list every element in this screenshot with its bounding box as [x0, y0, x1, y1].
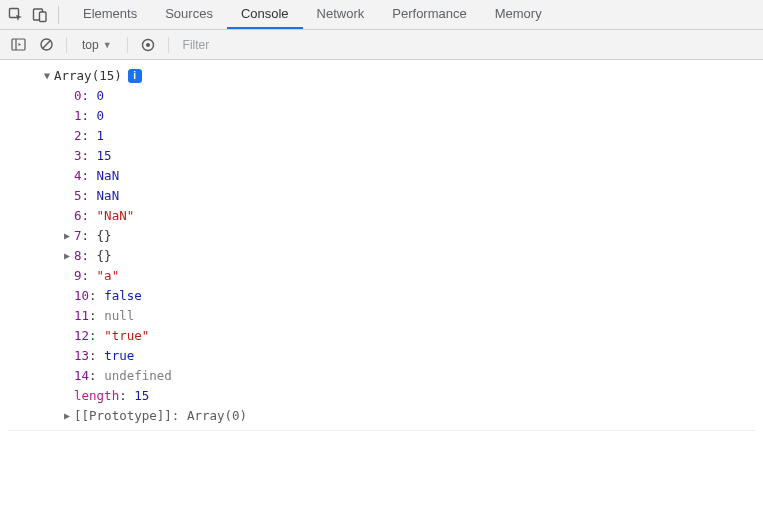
array-entry-row: 10: false [8, 286, 755, 306]
array-entry-row: 11: null [8, 306, 755, 326]
entry-index: 12 [74, 326, 89, 346]
tab-network[interactable]: Network [303, 0, 379, 29]
tab-sources[interactable]: Sources [151, 0, 227, 29]
entry-value: false [104, 286, 142, 306]
entry-value: 15 [97, 146, 112, 166]
tab-elements[interactable]: Elements [69, 0, 151, 29]
svg-line-6 [42, 41, 50, 49]
entry-index: 13 [74, 346, 89, 366]
entry-index: 0 [74, 86, 82, 106]
prototype-key: [[Prototype]] [74, 406, 172, 426]
svg-rect-2 [40, 12, 47, 22]
array-length-row: length: 15 [8, 386, 755, 406]
console-output: ▼ Array(15) i 0: 01: 02: 13: 154: NaN5: … [0, 60, 763, 439]
entry-index: 1 [74, 106, 82, 126]
context-label: top [82, 38, 99, 52]
prototype-value: Array(0) [187, 406, 247, 426]
clear-console-icon[interactable] [35, 34, 57, 56]
entry-value: 0 [97, 86, 105, 106]
length-value: 15 [134, 386, 149, 406]
toolbar-separator [127, 37, 128, 53]
devtools-tabs: Elements Sources Console Network Perform… [69, 0, 556, 29]
array-header-row[interactable]: ▼ Array(15) i [8, 66, 755, 86]
svg-point-8 [146, 43, 150, 47]
array-entry-row: 4: NaN [8, 166, 755, 186]
disclosure-triangle-icon[interactable]: ▼ [42, 66, 52, 86]
entry-value: NaN [97, 186, 120, 206]
chevron-down-icon: ▼ [103, 40, 112, 50]
entry-value: {} [97, 226, 112, 246]
entry-value: null [104, 306, 134, 326]
array-entry-row: 14: undefined [8, 366, 755, 386]
toolbar-separator [58, 6, 59, 24]
entry-value: undefined [104, 366, 172, 386]
device-toggle-icon[interactable] [29, 4, 51, 26]
entry-index: 8 [74, 246, 82, 266]
array-entry-row: 0: 0 [8, 86, 755, 106]
toolbar-separator [66, 37, 67, 53]
array-entry-row: 1: 0 [8, 106, 755, 126]
array-entry-row: 2: 1 [8, 126, 755, 146]
array-entry-row[interactable]: ▶7: {} [8, 226, 755, 246]
execution-context-select[interactable]: top ▼ [75, 35, 119, 55]
entry-value: "a" [97, 266, 120, 286]
entry-index: 7 [74, 226, 82, 246]
entry-index: 6 [74, 206, 82, 226]
array-prototype-row[interactable]: ▶ [[Prototype]]: Array(0) [8, 406, 755, 426]
entry-index: 14 [74, 366, 89, 386]
entry-index: 9 [74, 266, 82, 286]
console-toolbar: top ▼ [0, 30, 763, 60]
disclosure-triangle-icon[interactable]: ▶ [62, 406, 72, 426]
entry-value: true [104, 346, 134, 366]
array-entry-row: 6: "NaN" [8, 206, 755, 226]
toolbar-separator [168, 37, 169, 53]
disclosure-triangle-icon[interactable]: ▶ [62, 226, 72, 246]
tab-console[interactable]: Console [227, 0, 303, 29]
disclosure-triangle-icon[interactable]: ▶ [62, 246, 72, 266]
entry-value: 1 [97, 126, 105, 146]
entry-index: 11 [74, 306, 89, 326]
entry-index: 2 [74, 126, 82, 146]
entry-index: 3 [74, 146, 82, 166]
entry-value: 0 [97, 106, 105, 126]
array-entry-row[interactable]: ▶8: {} [8, 246, 755, 266]
entry-index: 4 [74, 166, 82, 186]
console-sidebar-toggle-icon[interactable] [7, 34, 29, 56]
tab-memory[interactable]: Memory [481, 0, 556, 29]
array-header-label: Array(15) [54, 66, 122, 86]
array-entry-row: 5: NaN [8, 186, 755, 206]
devtools-top-toolbar: Elements Sources Console Network Perform… [0, 0, 763, 30]
entry-value: {} [97, 246, 112, 266]
entry-index: 10 [74, 286, 89, 306]
console-filter-input[interactable] [183, 35, 757, 55]
length-key: length [74, 386, 119, 406]
entry-value: "NaN" [97, 206, 135, 226]
inspect-element-icon[interactable] [5, 4, 27, 26]
array-entry-row: 13: true [8, 346, 755, 366]
live-expression-icon[interactable] [137, 34, 159, 56]
entry-value: "true" [104, 326, 149, 346]
entry-index: 5 [74, 186, 82, 206]
array-entry-row: 9: "a" [8, 266, 755, 286]
info-badge-icon[interactable]: i [128, 69, 142, 83]
entry-value: NaN [97, 166, 120, 186]
tab-performance[interactable]: Performance [378, 0, 480, 29]
array-entry-row: 12: "true" [8, 326, 755, 346]
array-entry-row: 3: 15 [8, 146, 755, 166]
